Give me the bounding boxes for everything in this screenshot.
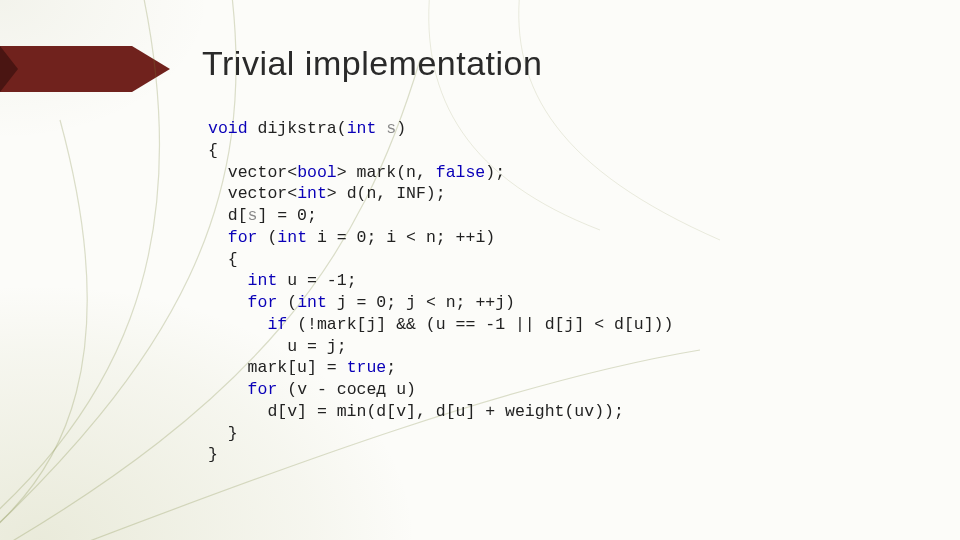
arrow-accent (0, 46, 170, 92)
code-text: dijkstra( (248, 119, 347, 138)
code-text (376, 119, 386, 138)
code-text: d[v] = min(d[v], d[u] + weight(uv)); (208, 402, 624, 421)
kw-true: true (347, 358, 387, 377)
code-text: ) (396, 119, 406, 138)
kw-int: int (248, 271, 278, 290)
kw-for: for (248, 380, 278, 399)
code-text: u = -1; (277, 271, 356, 290)
kw-void: void (208, 119, 248, 138)
code-text: ; (386, 358, 396, 377)
code-text: ); (485, 163, 505, 182)
code-text: vector< (208, 184, 297, 203)
kw-int: int (297, 184, 327, 203)
code-text: ] = 0; (258, 206, 317, 225)
code-text: } (208, 445, 218, 464)
code-text (208, 228, 228, 247)
code-text: ( (277, 293, 297, 312)
param-s: s (248, 206, 258, 225)
code-text (208, 380, 248, 399)
code-text: ( (258, 228, 278, 247)
code-text: { (208, 141, 218, 160)
kw-false: false (436, 163, 486, 182)
code-text: > d(n, INF); (327, 184, 446, 203)
code-text: u = j; (208, 337, 347, 356)
slide: Trivial implementation void dijkstra(int… (0, 0, 960, 540)
kw-if: if (267, 315, 287, 334)
code-text: mark[u] = (208, 358, 347, 377)
code-text: vector< (208, 163, 297, 182)
code-text: j = 0; j < n; ++j) (327, 293, 515, 312)
code-block: void dijkstra(int s) { vector<bool> mark… (208, 118, 673, 466)
code-text (208, 293, 248, 312)
slide-title: Trivial implementation (202, 44, 542, 83)
kw-int: int (277, 228, 307, 247)
code-text: (v - сосед u) (277, 380, 416, 399)
code-text: } (208, 424, 238, 443)
code-text: i = 0; i < n; ++i) (307, 228, 495, 247)
kw-int: int (297, 293, 327, 312)
kw-int: int (347, 119, 377, 138)
kw-for: for (228, 228, 258, 247)
kw-bool: bool (297, 163, 337, 182)
kw-for: for (248, 293, 278, 312)
code-text (208, 271, 248, 290)
code-text: d[ (208, 206, 248, 225)
code-text: { (208, 250, 238, 269)
code-text: (!mark[j] && (u == -1 || d[j] < d[u])) (287, 315, 673, 334)
svg-marker-0 (0, 46, 170, 92)
code-text (208, 315, 267, 334)
code-text: > mark(n, (337, 163, 436, 182)
param-s: s (386, 119, 396, 138)
